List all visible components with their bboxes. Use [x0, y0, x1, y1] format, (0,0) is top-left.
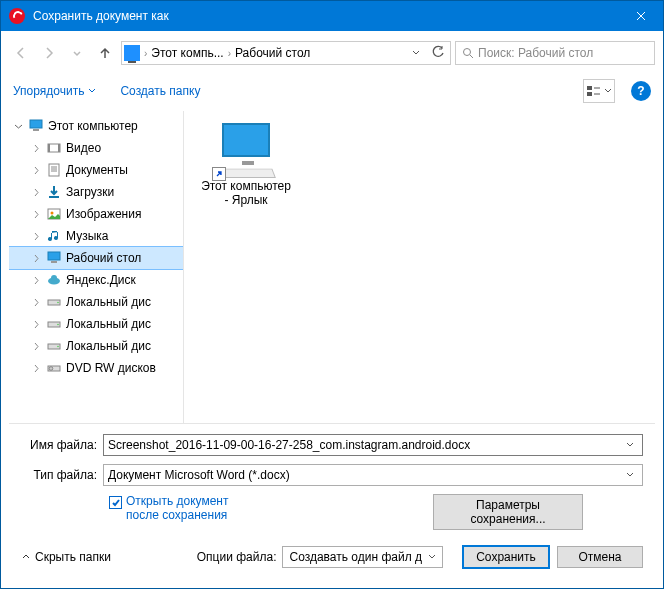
svg-point-16: [57, 302, 59, 304]
toolbar: Упорядочить Создать папку ?: [9, 75, 655, 107]
expand-icon[interactable]: [31, 319, 42, 330]
titlebar: Сохранить документ как: [1, 1, 663, 31]
save-params-button[interactable]: Параметрысохранения...: [433, 494, 583, 530]
filetype-label: Тип файла:: [21, 468, 103, 482]
svg-rect-6: [48, 144, 50, 152]
chevron-down-icon[interactable]: [622, 468, 638, 482]
cloud-icon: [46, 272, 62, 288]
music-icon: [46, 228, 62, 244]
window-title: Сохранить документ как: [33, 9, 618, 23]
nav-back-button[interactable]: [9, 41, 33, 65]
close-button[interactable]: [618, 1, 663, 31]
expand-icon[interactable]: [31, 231, 42, 242]
svg-rect-4: [33, 129, 39, 131]
expand-icon[interactable]: [31, 275, 42, 286]
video-icon: [46, 140, 62, 156]
nav-row: › Этот компь... › Рабочий стол Поиск: Ра…: [9, 39, 655, 67]
bottom-panel: Имя файла: Screenshot_2016-11-09-00-16-2…: [9, 423, 655, 580]
breadcrumb[interactable]: Этот компь...: [151, 46, 223, 60]
expand-icon[interactable]: [31, 297, 42, 308]
chevron-down-icon[interactable]: [622, 438, 638, 452]
file-label: Этот компьютер- Ярлык: [196, 179, 296, 208]
chevron-down-icon: [88, 87, 96, 95]
organize-menu[interactable]: Упорядочить: [13, 84, 96, 98]
download-icon: [46, 184, 62, 200]
hide-folders-toggle[interactable]: Скрыть папки: [21, 550, 111, 564]
tree-node-download[interactable]: Загрузки: [9, 181, 183, 203]
help-button[interactable]: ?: [631, 81, 651, 101]
nav-forward-button[interactable]: [37, 41, 61, 65]
save-button[interactable]: Сохранить: [463, 546, 549, 568]
search-icon: [462, 47, 474, 59]
tree-node-desktop[interactable]: Рабочий стол: [9, 247, 183, 269]
file-item-shortcut[interactable]: Этот компьютер- Ярлык: [196, 123, 296, 208]
view-mode-button[interactable]: [583, 79, 615, 103]
chevron-icon: ›: [228, 48, 231, 59]
svg-rect-12: [51, 261, 57, 263]
tree-node-dvd[interactable]: DVD RW дисков: [9, 357, 183, 379]
tree-node-music[interactable]: Музыка: [9, 225, 183, 247]
svg-point-10: [51, 212, 54, 215]
address-dropdown[interactable]: [408, 46, 424, 60]
tree-node-drive[interactable]: Локальный дис: [9, 291, 183, 313]
svg-point-22: [49, 367, 53, 371]
refresh-button[interactable]: [428, 45, 448, 62]
search-input[interactable]: Поиск: Рабочий стол: [455, 41, 655, 65]
file-options-label: Опции файла:: [197, 550, 277, 564]
checkbox-checked-icon: [109, 496, 122, 509]
chevron-up-icon: [21, 552, 31, 562]
pc-icon: [124, 45, 140, 61]
nav-up-button[interactable]: [93, 41, 117, 65]
drive-icon: [46, 316, 62, 332]
breadcrumb[interactable]: Рабочий стол: [235, 46, 310, 60]
tree-node-drive[interactable]: Локальный дис: [9, 313, 183, 335]
chevron-icon: ›: [144, 48, 147, 59]
dvd-icon: [46, 360, 62, 376]
tree-node-doc[interactable]: Документы: [9, 159, 183, 181]
tree-node-drive[interactable]: Локальный дис: [9, 335, 183, 357]
svg-rect-8: [49, 164, 59, 176]
expand-icon[interactable]: [31, 209, 42, 220]
svg-rect-1: [587, 86, 592, 90]
tree-node-this-pc[interactable]: Этот компьютер: [9, 115, 183, 137]
drive-icon: [46, 294, 62, 310]
shortcut-badge-icon: [212, 167, 226, 181]
open-after-save-checkbox[interactable]: Открыть документпосле сохранения: [109, 494, 228, 522]
tree-node-video[interactable]: Видео: [9, 137, 183, 159]
desktop-icon: [46, 250, 62, 266]
expand-icon[interactable]: [31, 187, 42, 198]
filename-label: Имя файла:: [21, 438, 103, 452]
expand-icon[interactable]: [31, 341, 42, 352]
svg-rect-11: [48, 252, 60, 260]
expand-icon[interactable]: [31, 253, 42, 264]
collapse-icon[interactable]: [13, 121, 24, 132]
file-pane[interactable]: Этот компьютер- Ярлык: [184, 111, 655, 423]
expand-icon[interactable]: [31, 143, 42, 154]
svg-rect-3: [30, 120, 42, 128]
svg-point-0: [464, 49, 471, 56]
expand-icon[interactable]: [31, 165, 42, 176]
svg-point-20: [57, 346, 59, 348]
cancel-button[interactable]: Отмена: [557, 546, 643, 568]
file-options-select[interactable]: Создавать один файл д: [282, 546, 443, 568]
image-icon: [46, 206, 62, 222]
nav-recent-dropdown[interactable]: [65, 41, 89, 65]
svg-rect-7: [58, 144, 60, 152]
filename-input[interactable]: Screenshot_2016-11-09-00-16-27-258_com.i…: [103, 434, 643, 456]
tree-node-image[interactable]: Изображения: [9, 203, 183, 225]
chevron-down-icon: [428, 553, 436, 561]
svg-point-14: [51, 275, 57, 281]
svg-rect-2: [587, 92, 592, 96]
doc-icon: [46, 162, 62, 178]
tree-node-cloud[interactable]: Яндекс.Диск: [9, 269, 183, 291]
pc-icon: [28, 118, 44, 134]
filetype-select[interactable]: Документ Microsoft Word (*.docx): [103, 464, 643, 486]
search-placeholder: Поиск: Рабочий стол: [478, 46, 593, 60]
drive-icon: [46, 338, 62, 354]
folder-tree[interactable]: Этот компьютер ВидеоДокументыЗагрузкиИзо…: [9, 111, 184, 423]
svg-point-18: [57, 324, 59, 326]
address-bar[interactable]: › Этот компь... › Рабочий стол: [121, 41, 451, 65]
expand-icon[interactable]: [31, 363, 42, 374]
computer-icon: [214, 123, 278, 171]
new-folder-button[interactable]: Создать папку: [120, 84, 200, 98]
